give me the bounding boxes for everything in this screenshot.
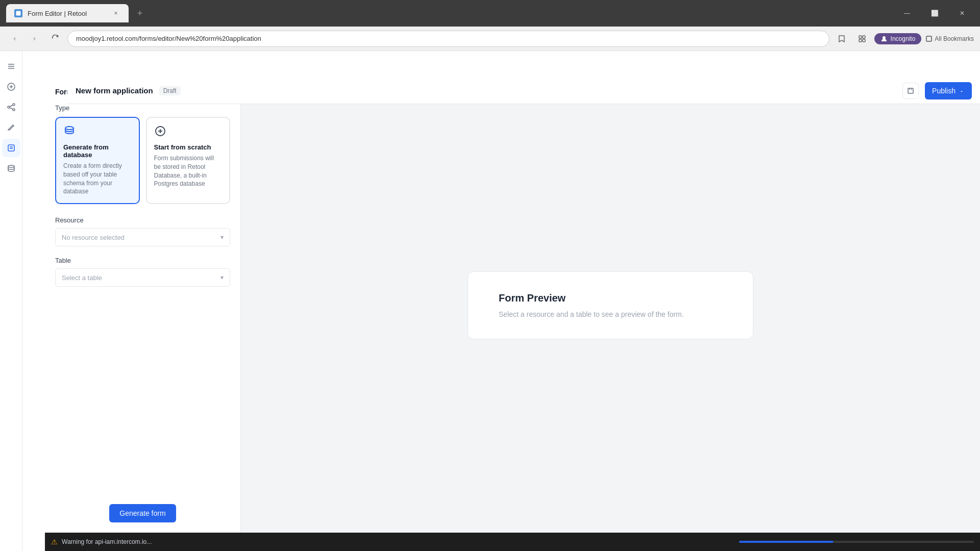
resource-dropdown[interactable]: No resource selected ▾ bbox=[55, 228, 230, 246]
resource-chevron-icon: ▾ bbox=[220, 234, 224, 241]
table-chevron-icon: ▾ bbox=[220, 274, 224, 281]
svg-rect-1 bbox=[859, 36, 862, 38]
app-container: New form application Draft Publish Form … bbox=[0, 51, 980, 551]
app-body: Form setup Type Generate from database bbox=[45, 78, 980, 533]
sidebar-add-button[interactable] bbox=[2, 78, 20, 96]
svg-rect-22 bbox=[908, 88, 913, 93]
sidebar-data-button[interactable] bbox=[2, 159, 20, 178]
generate-button-container: Generate form bbox=[55, 504, 230, 522]
url-text: moodjoy1.retool.com/forms/editor/New%20f… bbox=[76, 35, 261, 42]
sidebar-edit-button[interactable] bbox=[2, 118, 20, 137]
publish-label: Publish bbox=[932, 87, 955, 95]
app-title: New form application bbox=[76, 86, 153, 95]
sidebar-share-button[interactable] bbox=[2, 98, 20, 116]
table-placeholder: Select a table bbox=[62, 274, 102, 282]
svg-rect-0 bbox=[16, 11, 21, 16]
svg-rect-4 bbox=[863, 39, 865, 42]
type-cards: Generate from database Create a form dir… bbox=[55, 117, 230, 204]
active-tab[interactable]: Form Editor | Retool × bbox=[6, 4, 129, 22]
table-dropdown[interactable]: Select a table ▾ bbox=[55, 268, 230, 287]
browser-window: Form Editor | Retool × + — ⬜ ✕ moodjoy1.… bbox=[0, 0, 980, 551]
resource-placeholder: No resource selected bbox=[62, 234, 125, 241]
generate-form-button[interactable]: Generate form bbox=[109, 504, 176, 522]
svg-point-14 bbox=[8, 106, 10, 108]
tab-close-button[interactable]: × bbox=[111, 9, 120, 18]
preview-description: Select a resource and a table to see a p… bbox=[499, 310, 722, 318]
scratch-card-title: Start from scratch bbox=[154, 143, 223, 151]
table-section: Table Select a table ▾ bbox=[55, 257, 230, 287]
svg-rect-2 bbox=[863, 36, 865, 38]
forward-button[interactable] bbox=[27, 31, 43, 47]
svg-rect-3 bbox=[859, 39, 862, 42]
preview-title: Form Preview bbox=[499, 292, 722, 304]
warning-text: Warning for api-iam.intercom.io... bbox=[62, 538, 152, 545]
svg-point-25 bbox=[65, 127, 74, 130]
progress-bar bbox=[739, 541, 833, 543]
draft-badge: Draft bbox=[159, 86, 181, 95]
svg-point-15 bbox=[13, 109, 15, 111]
app-header: New form application Draft Publish bbox=[67, 78, 980, 104]
address-bar[interactable]: moodjoy1.retool.com/forms/editor/New%20f… bbox=[67, 31, 829, 47]
form-preview-card: Form Preview Select a resource and a tab… bbox=[468, 271, 753, 339]
start-from-scratch-card[interactable]: Start from scratch Form submissions will… bbox=[146, 117, 231, 204]
app-main: New form application Draft Publish Form … bbox=[45, 78, 980, 551]
svg-line-16 bbox=[10, 105, 13, 107]
maximize-button[interactable]: ⬜ bbox=[923, 5, 946, 21]
browser-titlebar: Form Editor | Retool × + — ⬜ ✕ bbox=[0, 0, 980, 27]
type-section: Type Generate from database Create a for… bbox=[55, 104, 230, 204]
sidebar-menu-button[interactable] bbox=[2, 57, 20, 76]
right-panel: Form Preview Select a resource and a tab… bbox=[241, 78, 980, 533]
sidebar-icons bbox=[0, 51, 22, 551]
sidebar-forms-button[interactable] bbox=[2, 139, 20, 157]
bookmark-button[interactable] bbox=[834, 31, 850, 47]
extensions-button[interactable] bbox=[854, 31, 870, 47]
warning-icon: ⚠ bbox=[51, 538, 58, 546]
table-label: Table bbox=[55, 257, 230, 264]
svg-rect-18 bbox=[8, 145, 14, 151]
resource-label: Resource bbox=[55, 216, 230, 224]
svg-rect-6 bbox=[926, 36, 932, 41]
incognito-indicator: Incognito bbox=[874, 33, 922, 44]
all-bookmarks-button[interactable]: All Bookmarks bbox=[925, 35, 974, 42]
svg-point-21 bbox=[8, 165, 14, 167]
save-button[interactable] bbox=[902, 83, 919, 99]
resource-section: Resource No resource selected ▾ bbox=[55, 216, 230, 246]
new-tab-button[interactable]: + bbox=[133, 6, 147, 20]
back-button[interactable] bbox=[6, 31, 22, 47]
bookmarks-label: All Bookmarks bbox=[935, 35, 974, 42]
incognito-label: Incognito bbox=[891, 35, 916, 42]
minimize-button[interactable]: — bbox=[895, 5, 919, 21]
window-controls: — ⬜ ✕ bbox=[895, 5, 974, 21]
generate-card-title: Generate from database bbox=[63, 143, 132, 159]
svg-point-13 bbox=[13, 104, 15, 106]
progress-container bbox=[739, 541, 974, 543]
publish-button[interactable]: Publish bbox=[925, 82, 972, 99]
tab-title: Form Editor | Retool bbox=[28, 10, 106, 17]
generate-card-desc: Create a form directly based off your ta… bbox=[63, 162, 132, 196]
close-button[interactable]: ✕ bbox=[950, 5, 974, 21]
generate-from-database-card[interactable]: Generate from database Create a form dir… bbox=[55, 117, 140, 204]
scratch-icon bbox=[154, 125, 168, 139]
reload-button[interactable] bbox=[47, 31, 63, 47]
left-panel: Form setup Type Generate from database bbox=[45, 78, 241, 533]
svg-line-17 bbox=[10, 108, 13, 109]
tab-favicon bbox=[14, 9, 22, 17]
database-icon bbox=[63, 125, 78, 139]
browser-navbar: moodjoy1.retool.com/forms/editor/New%20f… bbox=[0, 27, 980, 51]
type-label: Type bbox=[55, 104, 230, 112]
warning-bar: ⚠ Warning for api-iam.intercom.io... bbox=[45, 533, 980, 551]
scratch-card-desc: Form submissions will be stored in Retoo… bbox=[154, 154, 223, 188]
